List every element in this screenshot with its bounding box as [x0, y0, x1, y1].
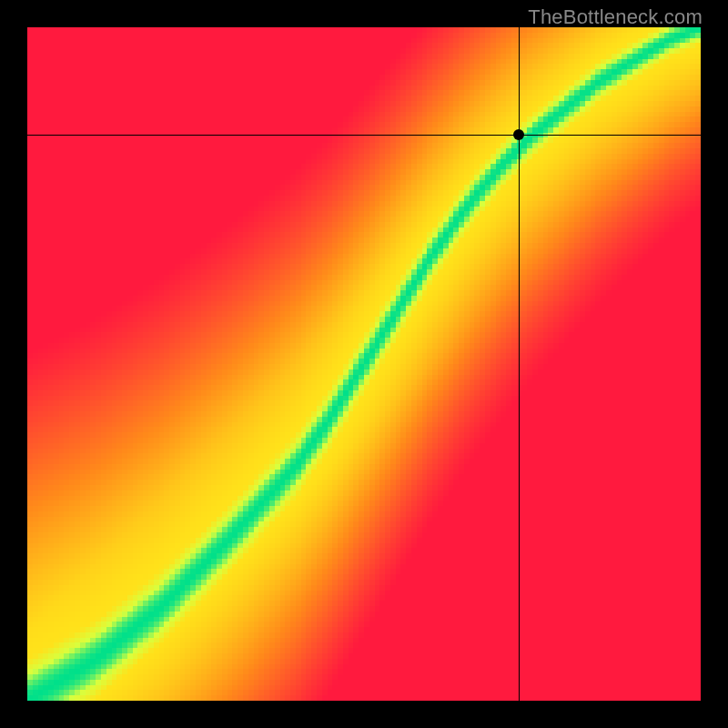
heatmap-canvas	[27, 27, 701, 701]
chart-container: TheBottleneck.com	[0, 0, 728, 728]
watermark-text: TheBottleneck.com	[528, 5, 703, 29]
marker-dot	[513, 129, 524, 140]
heatmap-plot-area	[27, 27, 701, 701]
crosshair-horizontal	[27, 135, 701, 136]
crosshair-vertical	[519, 27, 520, 701]
